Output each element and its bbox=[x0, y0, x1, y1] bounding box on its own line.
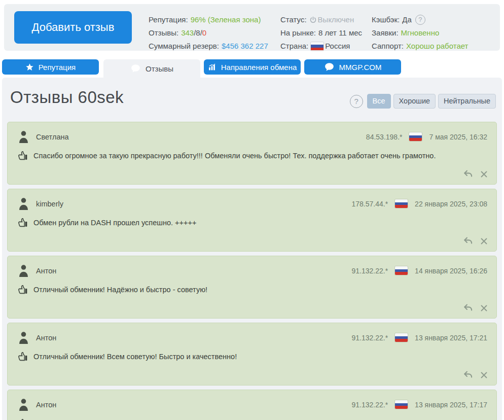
review-actions bbox=[463, 370, 488, 380]
country-stat: Страна: Россия bbox=[280, 40, 362, 53]
add-review-button[interactable]: Добавить отзыв bbox=[14, 11, 132, 44]
review-date: 13 января 2025, 17:21 bbox=[415, 334, 487, 342]
reputation-label: Репутация: bbox=[149, 13, 188, 26]
russia-flag-icon bbox=[409, 132, 422, 141]
requests-value: Мгновенно bbox=[401, 26, 440, 40]
reviews-panel: Отзывы 60sek ? Все Хорошие Нейтральные С… bbox=[2, 78, 502, 420]
close-icon[interactable] bbox=[480, 237, 488, 246]
reputation-stat: Репутация: 96% (Зеленая зона) bbox=[149, 13, 268, 26]
filter-all-button[interactable]: Все bbox=[367, 94, 391, 109]
review-header: kimberly 178.57.44.* 22 января 2025, 23:… bbox=[8, 189, 496, 210]
support-label: Саппорт: bbox=[372, 40, 404, 53]
review-card: Антон 91.132.22.* 13 января 2025, 17:21 … bbox=[7, 323, 497, 386]
reviewer-name: Светлана bbox=[36, 133, 69, 141]
reviews-negative-count: 0 bbox=[202, 26, 206, 40]
market-label: На рынке: bbox=[280, 26, 316, 40]
review-body: Обмен рубли на DASH прошел успешно. ++++… bbox=[8, 210, 496, 228]
user-avatar-icon bbox=[18, 130, 29, 143]
review-text: Отличный обменник! Всем советую! Быстро … bbox=[33, 352, 237, 362]
close-icon[interactable] bbox=[480, 371, 488, 379]
reviewer-ip: 91.132.22.* bbox=[351, 401, 388, 409]
requests-label: Заявки: bbox=[372, 26, 399, 40]
thumbs-up-icon bbox=[18, 218, 28, 228]
thumbs-up-icon bbox=[18, 352, 28, 362]
review-body: Отличный обменник! Надёжно и быстро - со… bbox=[8, 277, 496, 295]
tab-exchange-directions[interactable]: Направления обмена bbox=[204, 59, 301, 75]
russia-flag-icon bbox=[311, 42, 323, 51]
reviews-list: Светлана 84.53.198.* 7 мая 2025, 16:32 С… bbox=[7, 122, 497, 420]
review-text: Обмен рубли на DASH прошел успешно. ++++… bbox=[33, 218, 196, 228]
support-stat: Саппорт: Хорошо работает bbox=[372, 40, 468, 53]
review-filters: ? Все Хорошие Нейтральные bbox=[350, 94, 496, 109]
reply-icon[interactable] bbox=[463, 236, 473, 246]
speech-bubble-icon bbox=[130, 64, 141, 73]
user-avatar-icon bbox=[18, 331, 29, 344]
thumbs-up-icon bbox=[18, 285, 28, 295]
tab-label: MMGP.COM bbox=[339, 63, 382, 72]
review-body: Отличный обменник! Всем советую! Быстро … bbox=[8, 344, 496, 362]
tab-reputation[interactable]: Репутация bbox=[2, 59, 99, 75]
review-header: Светлана 84.53.198.* 7 мая 2025, 16:32 bbox=[8, 122, 496, 143]
review-body bbox=[8, 411, 496, 420]
cashback-stat: Кэшбэк: Да ? bbox=[372, 13, 468, 26]
status-value: Выключен bbox=[318, 13, 354, 26]
reputation-value: 96% (Зеленая зона) bbox=[191, 13, 261, 26]
country-label: Страна: bbox=[280, 40, 308, 53]
star-icon bbox=[25, 63, 34, 72]
market-stat: На рынке: 8 лет 11 мес bbox=[280, 26, 362, 40]
filter-good-button[interactable]: Хорошие bbox=[393, 94, 436, 109]
user-avatar-icon bbox=[18, 398, 29, 411]
review-card: kimberly 178.57.44.* 22 января 2025, 23:… bbox=[7, 189, 497, 252]
review-text: Спасибо огромное за такую прекрасную раб… bbox=[33, 151, 436, 161]
reserve-label: Суммарный резерв: bbox=[149, 40, 219, 53]
reviewer-ip: 91.132.22.* bbox=[351, 334, 388, 342]
thumbs-up-icon bbox=[18, 151, 28, 161]
reviewer-ip: 91.132.22.* bbox=[351, 267, 388, 275]
stats-column-3: Кэшбэк: Да ? Заявки: Мгновенно Саппорт: … bbox=[372, 13, 468, 53]
cashback-help-icon[interactable]: ? bbox=[415, 15, 425, 25]
review-card: Антон 91.132.22.* 13 января 2025, 17:17 bbox=[7, 390, 497, 420]
page-title: Отзывы 60sek bbox=[10, 88, 124, 107]
reviewer-name: Антон bbox=[36, 334, 56, 342]
market-value: 8 лет 11 мес bbox=[318, 26, 362, 40]
tab-mmgp[interactable]: MMGP.COM bbox=[304, 59, 401, 75]
review-header: Антон 91.132.22.* 13 января 2025, 17:21 bbox=[8, 323, 496, 344]
stats-column-1: Репутация: 96% (Зеленая зона) Отзывы: 34… bbox=[149, 13, 268, 53]
user-avatar-icon bbox=[18, 197, 29, 210]
close-icon[interactable] bbox=[480, 170, 488, 179]
speech-bubble-icon bbox=[324, 62, 335, 72]
reply-icon[interactable] bbox=[463, 370, 473, 380]
reserve-value: $456 362 227 bbox=[222, 40, 268, 53]
review-date: 22 января 2025, 23:08 bbox=[415, 200, 487, 208]
close-icon[interactable] bbox=[480, 304, 488, 312]
stats-column-2: Статус: Выключен На рынке: 8 лет 11 мес … bbox=[280, 13, 362, 53]
reply-icon[interactable] bbox=[463, 169, 473, 179]
reviews-neutral-count: 8 bbox=[196, 26, 200, 40]
user-avatar-icon bbox=[18, 264, 29, 277]
support-value: Хорошо работает bbox=[406, 40, 468, 53]
reply-icon[interactable] bbox=[463, 303, 473, 313]
review-card: Светлана 84.53.198.* 7 мая 2025, 16:32 С… bbox=[7, 122, 497, 185]
reserve-stat: Суммарный резерв: $456 362 227 bbox=[149, 40, 268, 53]
exchanger-info-bar: Добавить отзыв Репутация: 96% (Зеленая з… bbox=[4, 4, 500, 51]
review-date: 13 января 2025, 17:17 bbox=[415, 401, 487, 409]
reviews-stat: Отзывы: 343 / 8 / 0 bbox=[149, 26, 268, 40]
tab-reviews[interactable]: Отзывы bbox=[103, 59, 200, 78]
review-text: Отличный обменник! Надёжно и быстро - со… bbox=[33, 285, 207, 295]
filter-neutral-button[interactable]: Нейтральные bbox=[438, 94, 496, 109]
review-actions bbox=[463, 236, 488, 246]
russia-flag-icon bbox=[395, 199, 408, 208]
russia-flag-icon bbox=[395, 400, 408, 409]
reviewer-name: Антон bbox=[36, 267, 56, 275]
tab-label: Репутация bbox=[39, 63, 76, 72]
reviews-counts: 343 / 8 / 0 bbox=[181, 26, 206, 40]
reviews-label: Отзывы: bbox=[149, 26, 178, 40]
review-date: 14 января 2025, 16:26 bbox=[415, 267, 487, 275]
filters-help-icon[interactable]: ? bbox=[350, 95, 363, 108]
country-value: Россия bbox=[325, 40, 350, 53]
review-actions bbox=[463, 169, 488, 179]
reviewer-ip: 178.57.44.* bbox=[351, 200, 388, 208]
reviews-positive-count: 343 bbox=[181, 26, 194, 40]
reviewer-name: Антон bbox=[36, 401, 56, 409]
status-label: Статус: bbox=[280, 13, 307, 26]
